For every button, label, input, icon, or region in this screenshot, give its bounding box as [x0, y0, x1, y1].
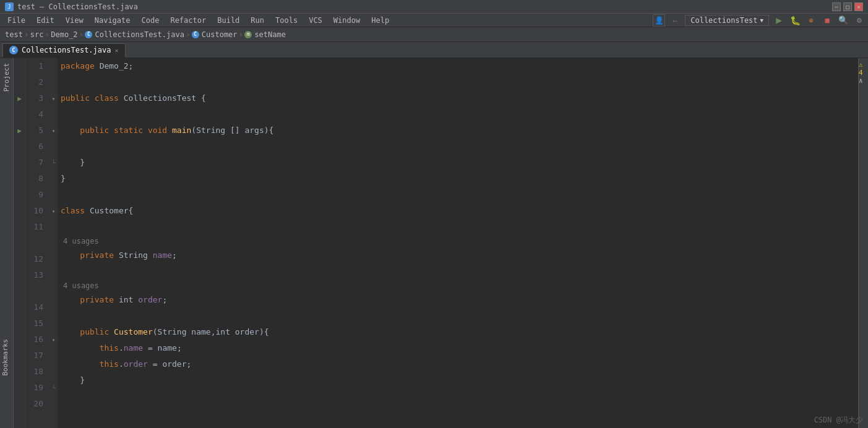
- code-line-10: class Customer{: [58, 203, 858, 219]
- debug-button[interactable]: 🐛: [789, 14, 801, 27]
- fold-16[interactable]: ▾: [49, 332, 58, 348]
- gutter-6: [14, 139, 25, 155]
- code-line-14: private int order;: [58, 292, 858, 308]
- linenum-15: 15: [26, 315, 46, 332]
- menu-bar: File Edit View Navigate Code Refactor Bu…: [0, 14, 868, 27]
- code-line-12: private String name;: [58, 247, 858, 263]
- gutter-14: [14, 299, 25, 315]
- menu-navigate[interactable]: Navigate: [90, 15, 135, 26]
- editor-container: Project Bookmarks ▶ ▶: [0, 58, 868, 428]
- tab-label: CollectionsTest.java: [22, 46, 111, 54]
- stop-button[interactable]: ■: [821, 14, 833, 27]
- run-config-dropdown-icon: ▼: [760, 17, 763, 24]
- menu-edit[interactable]: Edit: [32, 15, 59, 26]
- linenum-16: 16: [26, 332, 46, 348]
- run-button[interactable]: ▶: [773, 14, 785, 27]
- linenum-usages1: [26, 235, 46, 251]
- fold-12: [49, 251, 58, 267]
- fold-3[interactable]: ▾: [49, 90, 58, 106]
- code-line-usages1[interactable]: 4 usages: [58, 235, 858, 247]
- menu-file[interactable]: File: [2, 15, 30, 26]
- gutter-column: ▶ ▶: [14, 58, 26, 428]
- window-controls: — □ ✕: [832, 2, 863, 11]
- menu-help[interactable]: Help: [366, 15, 394, 26]
- gutter-4: [14, 106, 25, 122]
- search-button[interactable]: 🔍: [837, 14, 849, 27]
- fold-6: [49, 139, 58, 155]
- breadcrumb-customer-label: Customer: [202, 30, 238, 39]
- code-line-usages2[interactable]: 4 usages: [58, 280, 858, 292]
- breadcrumb-sep-4: ›: [186, 30, 191, 39]
- fold-5[interactable]: ▾: [49, 122, 58, 139]
- run-config-selector[interactable]: CollectionsTest ▼: [685, 15, 769, 26]
- back-button[interactable]: ←: [669, 14, 681, 27]
- code-line-1: package Demo_2;: [58, 58, 858, 74]
- breadcrumb-test[interactable]: test: [5, 30, 23, 39]
- title-bar: J test – CollectionsTest.java — □ ✕: [0, 0, 868, 14]
- fold-1: [49, 58, 58, 74]
- linenum-17: 17: [26, 348, 46, 364]
- close-button[interactable]: ✕: [854, 2, 863, 11]
- profile-button[interactable]: 👤: [653, 14, 665, 27]
- maximize-button[interactable]: □: [843, 2, 852, 11]
- tab-collectionstest[interactable]: C CollectionsTest.java ✕: [2, 43, 126, 58]
- gutter-3[interactable]: ▶: [14, 90, 25, 106]
- gutter-17: [14, 348, 25, 364]
- menu-build[interactable]: Build: [212, 15, 244, 26]
- breadcrumb-demo2[interactable]: Demo_2: [51, 30, 77, 39]
- gutter-5[interactable]: ▶: [14, 122, 25, 139]
- fold-usages2: [49, 283, 58, 299]
- linenum-18: 18: [26, 364, 46, 380]
- breadcrumb-src[interactable]: src: [30, 30, 44, 39]
- fold-19: └: [49, 380, 58, 396]
- code-line-13: [58, 263, 858, 280]
- menu-view[interactable]: View: [61, 15, 88, 26]
- linenum-4: 4: [26, 106, 46, 122]
- class-icon: C: [192, 31, 199, 38]
- line-numbers: 1 2 3 4 5 6 7 8 9 10 11 12 13 14 15 16 1…: [26, 58, 49, 428]
- breadcrumb-sep-1: ›: [24, 30, 29, 39]
- code-lines: package Demo_2; public class Collections…: [58, 58, 858, 428]
- linenum-usages2: [26, 283, 46, 299]
- linenum-2: 2: [26, 74, 46, 90]
- run-config-label: CollectionsTest: [690, 16, 757, 25]
- code-line-9: [58, 187, 858, 203]
- linenum-20: 20: [26, 396, 46, 412]
- code-line-7: }: [58, 155, 858, 171]
- method-icon: m: [244, 31, 252, 38]
- code-line-11: [58, 219, 858, 235]
- code-line-17: this.name = name;: [58, 340, 858, 356]
- linenum-6: 6: [26, 139, 46, 155]
- gutter-10: [14, 203, 25, 219]
- menu-tools[interactable]: Tools: [270, 15, 303, 26]
- fold-15: [49, 315, 58, 332]
- fold-17: [49, 348, 58, 364]
- gutter-1: [14, 58, 25, 74]
- linenum-1: 1: [26, 58, 46, 74]
- fold-9: [49, 187, 58, 203]
- menu-vcs[interactable]: VCS: [304, 15, 327, 26]
- gutter-13: [14, 267, 25, 283]
- watermark: CSDN @冯大少: [814, 415, 863, 426]
- menu-refactor[interactable]: Refactor: [165, 15, 211, 26]
- linenum-12: 12: [26, 251, 46, 267]
- coverage-button[interactable]: ⊕: [805, 14, 817, 27]
- sidebar-bookmarks-label[interactable]: Bookmarks: [0, 336, 11, 379]
- menu-code[interactable]: Code: [137, 15, 165, 26]
- tab-close-button[interactable]: ✕: [115, 47, 119, 54]
- warning-expand-icon[interactable]: ∧: [859, 77, 863, 85]
- breadcrumb-file[interactable]: C CollectionsTest.java: [85, 30, 184, 39]
- breadcrumb-customer[interactable]: C Customer: [192, 30, 238, 39]
- sidebar-project-label[interactable]: Project: [1, 61, 12, 94]
- breadcrumb-setname[interactable]: m setName: [244, 30, 286, 39]
- minimize-button[interactable]: —: [832, 2, 841, 11]
- menu-window[interactable]: Window: [329, 15, 365, 26]
- linenum-9: 9: [26, 187, 46, 203]
- code-line-6: [58, 139, 858, 155]
- settings-button[interactable]: ⚙: [853, 14, 866, 27]
- gutter-18: [14, 364, 25, 380]
- fold-13: [49, 267, 58, 283]
- linenum-5: 5: [26, 122, 46, 139]
- fold-10[interactable]: ▾: [49, 203, 58, 219]
- menu-run[interactable]: Run: [246, 15, 269, 26]
